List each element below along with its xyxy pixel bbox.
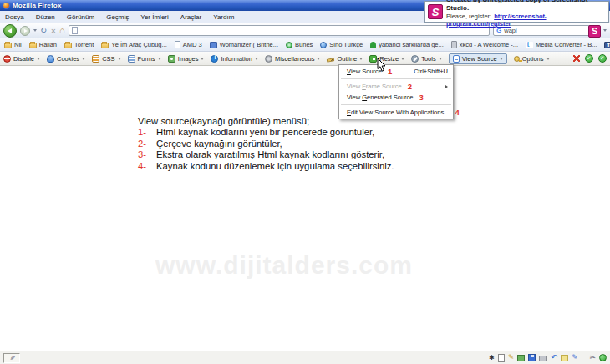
menu-item-edit-view-source[interactable]: Edit View Source With Applications... 4 [339, 107, 453, 118]
line-number: 1- [138, 127, 156, 138]
bookmark-item[interactable]: yabancı sarkilarda ge... [370, 41, 444, 48]
devtool-label: Tools [421, 55, 436, 63]
bookmark-item[interactable]: Facebook | [604, 41, 610, 48]
page-favicon-icon [72, 27, 78, 34]
screenshot-studio-logo: S [428, 4, 443, 19]
banner-text: Created by Unregistered copy of Screensh… [446, 0, 606, 28]
home-button[interactable] [59, 26, 65, 35]
information-icon [211, 55, 218, 63]
bookmark-item[interactable]: Nil [4, 41, 22, 48]
devtool-images[interactable]: Images [168, 55, 205, 63]
undo-icon[interactable] [551, 354, 557, 361]
bookmark-item[interactable]: Ye İm Araç Çubuğ... [101, 41, 166, 48]
menu-item-view-source[interactable]: View Source 1 Ctrl+Shift+U [339, 66, 453, 77]
back-button[interactable] [3, 24, 17, 38]
resize-icon [369, 55, 377, 63]
menu-dosya[interactable]: Dosya [5, 13, 24, 21]
history-dropdown-icon[interactable] [33, 29, 37, 32]
line-number: 2- [138, 139, 156, 149]
menu-gorunum[interactable]: Görünüm [67, 13, 94, 21]
refresh-button[interactable] [40, 27, 47, 35]
line-text: Çerçeve kaynağını görüntüler, [156, 139, 282, 149]
bookmark-item[interactable]: Torrent [64, 41, 94, 48]
banner-line1: Created by Unregistered copy of Screensh… [446, 0, 606, 13]
compose-icon[interactable] [572, 354, 578, 361]
chevron-down-icon [317, 58, 320, 60]
forward-button[interactable] [20, 26, 30, 36]
print-icon[interactable] [539, 356, 547, 361]
stop-button[interactable] [50, 27, 56, 35]
devtool-outline[interactable]: Outline [327, 55, 363, 63]
bookmark-item[interactable]: Media Converter - B... [526, 41, 597, 48]
annotation-4: 4 [455, 109, 459, 117]
bookmark-item[interactable]: AMD 3 [175, 41, 202, 48]
devtool-forms[interactable]: Forms [128, 55, 161, 63]
bookmark-item[interactable]: Sino Türkçe [320, 41, 363, 48]
banner-line2: Please, register:http://screenshot-progr… [446, 13, 606, 28]
wrench-icon [411, 55, 419, 63]
devtool-options[interactable]: Options [514, 55, 550, 63]
close-icon[interactable] [573, 55, 580, 62]
devtool-miscellaneous[interactable]: Miscellaneous [265, 55, 321, 63]
watermark-text: www.dijitalders.com [155, 251, 456, 280]
chevron-down-icon [255, 58, 258, 60]
devtool-cookies[interactable]: Cookies [47, 55, 85, 63]
chevron-down-icon [37, 58, 40, 60]
save-status-icon[interactable] [528, 354, 536, 361]
devtool-label: Forms [138, 55, 155, 63]
menu-duzen[interactable]: Düzen [36, 13, 55, 21]
bookmark-label: yabancı sarkilarda ge... [379, 41, 444, 48]
bookmark-item[interactable]: Bunes [286, 41, 313, 48]
mouse-cursor-icon [377, 58, 387, 73]
menu-item-view-frame-source[interactable]: View Frame Source 2 [339, 81, 453, 92]
image-status-icon[interactable] [517, 355, 525, 361]
view-source-icon [453, 55, 460, 63]
new-page-icon[interactable] [498, 354, 505, 362]
devtool-label: Disable [13, 55, 34, 63]
devtool-information[interactable]: Information [211, 55, 258, 63]
menu-yerimleri[interactable]: Yer İmleri [140, 13, 169, 21]
facebook-icon [604, 42, 610, 48]
google-icon[interactable]: G [496, 28, 501, 34]
gear-icon [265, 55, 272, 63]
online-status-icon[interactable] [599, 354, 607, 361]
document-icon [210, 42, 217, 48]
cookies-icon [47, 55, 54, 63]
folder-icon [4, 43, 12, 48]
devtool-label: Cookies [57, 55, 79, 63]
valid-css-icon[interactable] [585, 54, 593, 63]
menu-gecmis[interactable]: Geçmiş [106, 13, 129, 21]
tools-status-icon[interactable] [589, 354, 596, 361]
adblock-status-icon[interactable] [489, 354, 495, 361]
valid-js-icon[interactable] [598, 54, 607, 63]
devtool-label: Images [178, 55, 199, 63]
firefox-icon [3, 2, 10, 9]
bookmark-item[interactable]: xkcd - A Welcome -... [451, 41, 518, 48]
devtool-label: CSS [102, 55, 114, 63]
address-bar[interactable] [69, 25, 490, 36]
devtool-view-source[interactable]: View Source [449, 53, 507, 64]
menu-separator [341, 104, 451, 105]
chevron-down-icon [82, 58, 85, 60]
devtool-disable[interactable]: Disable [3, 55, 40, 63]
menu-yardim[interactable]: Yardım [213, 13, 234, 21]
devtool-resize[interactable]: Resize [369, 55, 404, 63]
devtool-tools[interactable]: Tools [411, 55, 442, 63]
chevron-down-icon [500, 58, 503, 60]
pencil-icon [327, 58, 335, 63]
bookmark-item[interactable]: Womanizer ( Britne... [210, 41, 278, 48]
write-mode-icon[interactable] [3, 353, 20, 363]
line-text: Html kaynak kodlarını yeni bir pencerede… [156, 127, 374, 138]
menu-araclar[interactable]: Araçlar [180, 13, 201, 21]
bookmark-item[interactable]: Rallan [29, 41, 57, 48]
annotation-2: 2 [408, 83, 412, 91]
images-icon [168, 55, 175, 63]
edit-icon[interactable] [508, 354, 515, 361]
menu-item-view-generated-source[interactable]: View Generated Source 3 [339, 92, 453, 103]
toolbar-overflow-icon[interactable] [603, 29, 607, 32]
devtool-css[interactable]: CSS [92, 55, 120, 63]
menu-shortcut: Ctrl+Shift+U [414, 68, 448, 75]
lesson-line: 1- Html kaynak kodlarını yeni bir pencer… [138, 127, 394, 138]
devtool-label: View Source [462, 55, 497, 63]
notes-icon[interactable] [561, 355, 568, 361]
